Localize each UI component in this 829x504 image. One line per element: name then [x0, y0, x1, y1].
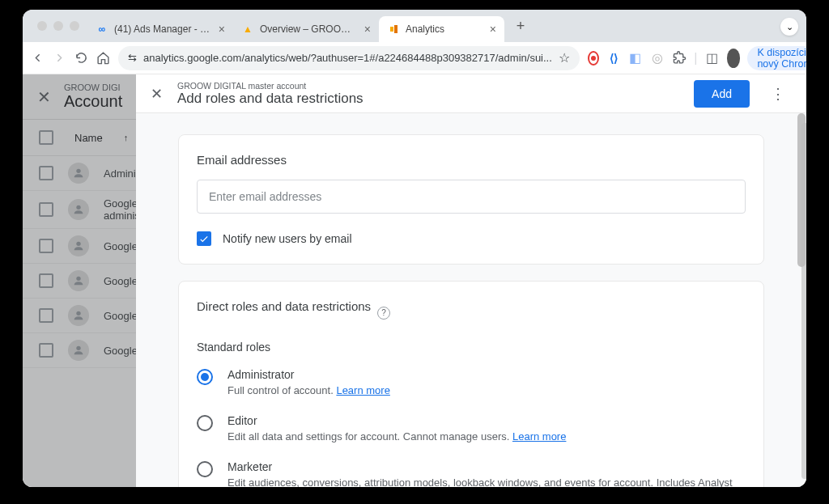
- extension-icons: ⟨⟩ ◧ ◎ | ◫ K dispozícii je nový Chrome⋮: [588, 46, 806, 70]
- tab-bar: ∞ (41) Ads Manager - Spravova × ▲ Overvi…: [23, 10, 806, 42]
- learn-more-link[interactable]: Learn more: [336, 384, 389, 396]
- browser-tab[interactable]: ▲ Overview – GROOW marketin ×: [233, 16, 379, 42]
- role-description: Edit audiences, conversions, attribution…: [227, 476, 746, 487]
- email-heading: Email addresses: [197, 153, 746, 167]
- ext-icon[interactable]: ◧: [628, 48, 643, 69]
- more-icon[interactable]: ⋮: [764, 85, 792, 103]
- ext-icon[interactable]: ◎: [650, 48, 665, 69]
- ext-icon[interactable]: ⟨⟩: [606, 48, 621, 69]
- browser-window: ∞ (41) Ads Manager - Spravova × ▲ Overvi…: [23, 10, 806, 487]
- learn-more-link[interactable]: Learn more: [512, 430, 566, 443]
- modal-body: Email addresses Notify new users by emai…: [136, 113, 806, 487]
- reload-icon[interactable]: [74, 48, 88, 69]
- close-modal-icon[interactable]: ✕: [151, 85, 163, 103]
- tab-title: Overview – GROOW marketin: [260, 23, 359, 35]
- pill-text: K dispozícii je nový Chrome: [757, 47, 806, 70]
- traffic-lights: [29, 21, 87, 31]
- ga-icon: ▲: [241, 23, 254, 36]
- roles-card: Direct roles and data restrictions ? Sta…: [178, 281, 764, 487]
- role-option[interactable]: AdministratorFull control of account. Le…: [197, 368, 746, 396]
- close-icon[interactable]: ×: [364, 23, 371, 36]
- role-option[interactable]: MarketerEdit audiences, conversions, att…: [197, 460, 746, 487]
- meta-icon: ∞: [96, 23, 108, 36]
- extensions-icon[interactable]: [672, 48, 687, 69]
- role-name: Administrator: [227, 368, 390, 381]
- back-icon[interactable]: [31, 48, 45, 69]
- role-name: Editor: [227, 414, 566, 427]
- modal-header: ✕ GROOW DIGITAL master account Add roles…: [136, 74, 806, 113]
- new-tab-button[interactable]: +: [509, 15, 532, 37]
- notify-label: Notify new users by email: [223, 232, 352, 245]
- close-icon[interactable]: ×: [490, 23, 496, 36]
- analytics-icon: [387, 23, 400, 36]
- browser-tab[interactable]: ∞ (41) Ads Manager - Spravova ×: [87, 16, 233, 42]
- email-card: Email addresses Notify new users by emai…: [178, 134, 764, 265]
- star-icon[interactable]: ☆: [559, 50, 570, 66]
- role-radio[interactable]: [197, 415, 213, 431]
- role-radio[interactable]: [197, 369, 213, 385]
- standard-roles-label: Standard roles: [197, 341, 746, 354]
- url-text: analytics.google.com/analytics/web/?auth…: [143, 52, 552, 64]
- help-icon[interactable]: ?: [377, 307, 390, 320]
- tab-title: Analytics: [406, 23, 484, 35]
- close-icon[interactable]: ×: [219, 23, 225, 36]
- role-option[interactable]: EditorEdit all data and settings for acc…: [197, 414, 746, 443]
- role-description: Full control of account. Learn more: [227, 384, 390, 396]
- modal-context: GROOW DIGITAL master account: [177, 81, 679, 91]
- notify-checkbox[interactable]: [197, 231, 211, 246]
- page-content: ✕ GROOW DIGI Account Name↑ AdminisGoogle…: [23, 74, 806, 487]
- role-description: Edit all data and settings for account. …: [227, 430, 566, 443]
- modal-title: Add roles and data restrictions: [177, 91, 679, 107]
- role-name: Marketer: [227, 460, 746, 473]
- email-input[interactable]: [197, 180, 746, 214]
- tab-title: (41) Ads Manager - Spravova: [114, 23, 213, 35]
- roles-heading: Direct roles and data restrictions: [197, 299, 371, 313]
- forward-icon[interactable]: [53, 48, 66, 69]
- home-icon[interactable]: [96, 48, 110, 69]
- url-bar[interactable]: ⇆ analytics.google.com/analytics/web/?au…: [118, 46, 580, 70]
- ext-icon[interactable]: [588, 51, 599, 66]
- profile-avatar[interactable]: [727, 49, 741, 68]
- chrome-update-pill[interactable]: K dispozícii je nový Chrome⋮: [747, 46, 806, 70]
- browser-toolbar: ⇆ analytics.google.com/analytics/web/?au…: [23, 42, 806, 74]
- add-button[interactable]: Add: [694, 80, 750, 108]
- browser-tab-active[interactable]: Analytics ×: [379, 16, 504, 42]
- site-settings-icon[interactable]: ⇆: [128, 52, 137, 64]
- role-radio[interactable]: [197, 461, 213, 477]
- panel-icon[interactable]: ◫: [704, 48, 719, 69]
- add-roles-modal: ✕ GROOW DIGITAL master account Add roles…: [136, 74, 806, 487]
- tab-dropdown[interactable]: ⌄: [780, 18, 798, 36]
- page-scrollbar[interactable]: [801, 123, 806, 479]
